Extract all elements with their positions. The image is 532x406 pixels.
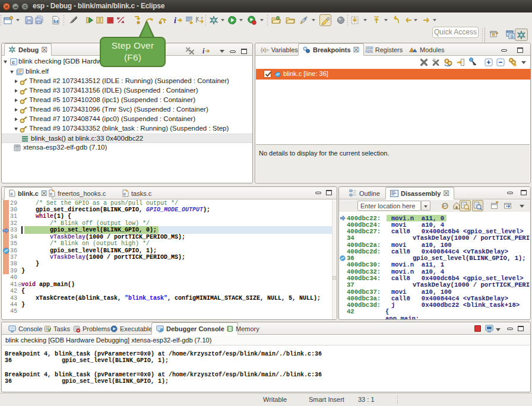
svg-text:c: c: [50, 191, 53, 196]
svg-text:c: c: [11, 191, 14, 196]
svg-text:i: i: [202, 47, 205, 55]
svg-text:i: i: [174, 16, 176, 25]
svg-text:G: G: [511, 34, 514, 39]
svg-text:c: c: [12, 59, 15, 65]
svg-text:c: c: [124, 191, 126, 196]
